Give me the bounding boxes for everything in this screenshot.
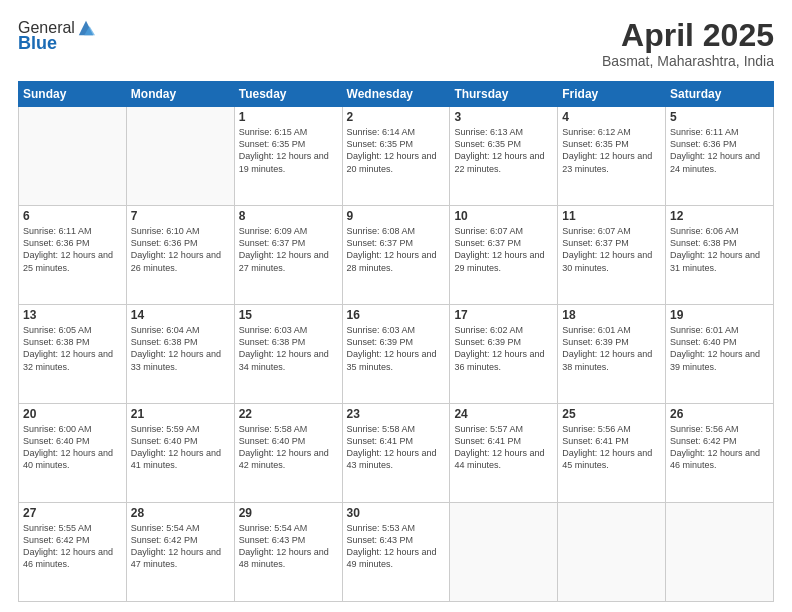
cell-info: Sunrise: 5:58 AM Sunset: 6:41 PM Dayligh… <box>347 423 446 472</box>
cell-info: Sunrise: 6:05 AM Sunset: 6:38 PM Dayligh… <box>23 324 122 373</box>
calendar-week-row: 6Sunrise: 6:11 AM Sunset: 6:36 PM Daylig… <box>19 206 774 305</box>
calendar-cell: 6Sunrise: 6:11 AM Sunset: 6:36 PM Daylig… <box>19 206 127 305</box>
calendar-cell: 9Sunrise: 6:08 AM Sunset: 6:37 PM Daylig… <box>342 206 450 305</box>
header-day-saturday: Saturday <box>666 82 774 107</box>
cell-info: Sunrise: 6:01 AM Sunset: 6:39 PM Dayligh… <box>562 324 661 373</box>
title-block: April 2025 Basmat, Maharashtra, India <box>602 18 774 69</box>
cell-info: Sunrise: 6:03 AM Sunset: 6:39 PM Dayligh… <box>347 324 446 373</box>
page: General Blue April 2025 Basmat, Maharash… <box>0 0 792 612</box>
cell-info: Sunrise: 6:04 AM Sunset: 6:38 PM Dayligh… <box>131 324 230 373</box>
day-number: 30 <box>347 506 446 520</box>
calendar-header-row: SundayMondayTuesdayWednesdayThursdayFrid… <box>19 82 774 107</box>
calendar-cell: 18Sunrise: 6:01 AM Sunset: 6:39 PM Dayli… <box>558 305 666 404</box>
day-number: 6 <box>23 209 122 223</box>
cell-info: Sunrise: 5:59 AM Sunset: 6:40 PM Dayligh… <box>131 423 230 472</box>
cell-info: Sunrise: 5:56 AM Sunset: 6:41 PM Dayligh… <box>562 423 661 472</box>
calendar-cell <box>126 107 234 206</box>
calendar-cell: 5Sunrise: 6:11 AM Sunset: 6:36 PM Daylig… <box>666 107 774 206</box>
location-title: Basmat, Maharashtra, India <box>602 53 774 69</box>
cell-info: Sunrise: 6:08 AM Sunset: 6:37 PM Dayligh… <box>347 225 446 274</box>
day-number: 26 <box>670 407 769 421</box>
cell-info: Sunrise: 6:13 AM Sunset: 6:35 PM Dayligh… <box>454 126 553 175</box>
day-number: 9 <box>347 209 446 223</box>
calendar-cell: 22Sunrise: 5:58 AM Sunset: 6:40 PM Dayli… <box>234 404 342 503</box>
logo: General Blue <box>18 18 95 54</box>
header-day-thursday: Thursday <box>450 82 558 107</box>
calendar-cell: 12Sunrise: 6:06 AM Sunset: 6:38 PM Dayli… <box>666 206 774 305</box>
cell-info: Sunrise: 6:10 AM Sunset: 6:36 PM Dayligh… <box>131 225 230 274</box>
calendar-cell: 3Sunrise: 6:13 AM Sunset: 6:35 PM Daylig… <box>450 107 558 206</box>
calendar-cell <box>450 503 558 602</box>
day-number: 1 <box>239 110 338 124</box>
calendar-cell: 13Sunrise: 6:05 AM Sunset: 6:38 PM Dayli… <box>19 305 127 404</box>
calendar-cell: 27Sunrise: 5:55 AM Sunset: 6:42 PM Dayli… <box>19 503 127 602</box>
cell-info: Sunrise: 6:09 AM Sunset: 6:37 PM Dayligh… <box>239 225 338 274</box>
day-number: 3 <box>454 110 553 124</box>
day-number: 29 <box>239 506 338 520</box>
calendar-cell: 4Sunrise: 6:12 AM Sunset: 6:35 PM Daylig… <box>558 107 666 206</box>
cell-info: Sunrise: 6:11 AM Sunset: 6:36 PM Dayligh… <box>23 225 122 274</box>
day-number: 12 <box>670 209 769 223</box>
day-number: 11 <box>562 209 661 223</box>
day-number: 20 <box>23 407 122 421</box>
day-number: 14 <box>131 308 230 322</box>
day-number: 8 <box>239 209 338 223</box>
calendar-cell: 23Sunrise: 5:58 AM Sunset: 6:41 PM Dayli… <box>342 404 450 503</box>
calendar-cell: 1Sunrise: 6:15 AM Sunset: 6:35 PM Daylig… <box>234 107 342 206</box>
day-number: 28 <box>131 506 230 520</box>
day-number: 22 <box>239 407 338 421</box>
cell-info: Sunrise: 6:07 AM Sunset: 6:37 PM Dayligh… <box>562 225 661 274</box>
cell-info: Sunrise: 6:01 AM Sunset: 6:40 PM Dayligh… <box>670 324 769 373</box>
calendar-cell: 29Sunrise: 5:54 AM Sunset: 6:43 PM Dayli… <box>234 503 342 602</box>
calendar-cell: 15Sunrise: 6:03 AM Sunset: 6:38 PM Dayli… <box>234 305 342 404</box>
calendar-cell: 8Sunrise: 6:09 AM Sunset: 6:37 PM Daylig… <box>234 206 342 305</box>
cell-info: Sunrise: 6:14 AM Sunset: 6:35 PM Dayligh… <box>347 126 446 175</box>
calendar-cell: 19Sunrise: 6:01 AM Sunset: 6:40 PM Dayli… <box>666 305 774 404</box>
calendar-cell: 11Sunrise: 6:07 AM Sunset: 6:37 PM Dayli… <box>558 206 666 305</box>
calendar-cell: 25Sunrise: 5:56 AM Sunset: 6:41 PM Dayli… <box>558 404 666 503</box>
cell-info: Sunrise: 5:54 AM Sunset: 6:43 PM Dayligh… <box>239 522 338 571</box>
calendar-cell: 28Sunrise: 5:54 AM Sunset: 6:42 PM Dayli… <box>126 503 234 602</box>
day-number: 18 <box>562 308 661 322</box>
calendar-cell: 2Sunrise: 6:14 AM Sunset: 6:35 PM Daylig… <box>342 107 450 206</box>
cell-info: Sunrise: 6:07 AM Sunset: 6:37 PM Dayligh… <box>454 225 553 274</box>
day-number: 10 <box>454 209 553 223</box>
day-number: 24 <box>454 407 553 421</box>
day-number: 16 <box>347 308 446 322</box>
cell-info: Sunrise: 6:11 AM Sunset: 6:36 PM Dayligh… <box>670 126 769 175</box>
day-number: 7 <box>131 209 230 223</box>
month-title: April 2025 <box>602 18 774 53</box>
day-number: 15 <box>239 308 338 322</box>
calendar-cell: 30Sunrise: 5:53 AM Sunset: 6:43 PM Dayli… <box>342 503 450 602</box>
day-number: 19 <box>670 308 769 322</box>
calendar-table: SundayMondayTuesdayWednesdayThursdayFrid… <box>18 81 774 602</box>
header: General Blue April 2025 Basmat, Maharash… <box>18 18 774 69</box>
header-day-monday: Monday <box>126 82 234 107</box>
calendar-week-row: 27Sunrise: 5:55 AM Sunset: 6:42 PM Dayli… <box>19 503 774 602</box>
day-number: 17 <box>454 308 553 322</box>
cell-info: Sunrise: 6:06 AM Sunset: 6:38 PM Dayligh… <box>670 225 769 274</box>
cell-info: Sunrise: 5:57 AM Sunset: 6:41 PM Dayligh… <box>454 423 553 472</box>
cell-info: Sunrise: 6:15 AM Sunset: 6:35 PM Dayligh… <box>239 126 338 175</box>
calendar-cell <box>666 503 774 602</box>
cell-info: Sunrise: 6:00 AM Sunset: 6:40 PM Dayligh… <box>23 423 122 472</box>
calendar-cell: 21Sunrise: 5:59 AM Sunset: 6:40 PM Dayli… <box>126 404 234 503</box>
day-number: 25 <box>562 407 661 421</box>
day-number: 27 <box>23 506 122 520</box>
day-number: 5 <box>670 110 769 124</box>
day-number: 2 <box>347 110 446 124</box>
day-number: 21 <box>131 407 230 421</box>
day-number: 13 <box>23 308 122 322</box>
calendar-cell: 14Sunrise: 6:04 AM Sunset: 6:38 PM Dayli… <box>126 305 234 404</box>
calendar-cell: 7Sunrise: 6:10 AM Sunset: 6:36 PM Daylig… <box>126 206 234 305</box>
calendar-week-row: 13Sunrise: 6:05 AM Sunset: 6:38 PM Dayli… <box>19 305 774 404</box>
calendar-cell: 17Sunrise: 6:02 AM Sunset: 6:39 PM Dayli… <box>450 305 558 404</box>
cell-info: Sunrise: 5:53 AM Sunset: 6:43 PM Dayligh… <box>347 522 446 571</box>
calendar-cell: 24Sunrise: 5:57 AM Sunset: 6:41 PM Dayli… <box>450 404 558 503</box>
cell-info: Sunrise: 5:54 AM Sunset: 6:42 PM Dayligh… <box>131 522 230 571</box>
calendar-week-row: 20Sunrise: 6:00 AM Sunset: 6:40 PM Dayli… <box>19 404 774 503</box>
cell-info: Sunrise: 5:58 AM Sunset: 6:40 PM Dayligh… <box>239 423 338 472</box>
calendar-cell <box>558 503 666 602</box>
logo-icon <box>77 19 95 37</box>
cell-info: Sunrise: 5:55 AM Sunset: 6:42 PM Dayligh… <box>23 522 122 571</box>
